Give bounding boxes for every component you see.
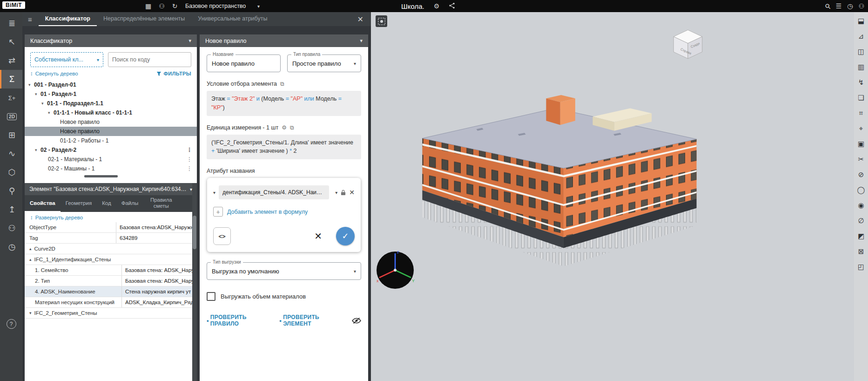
table-group-row[interactable]: ▾IFC_2_Геометрия_Стены bbox=[25, 308, 192, 319]
tab-estimate-rules[interactable]: Правила сметы bbox=[143, 195, 179, 212]
caret-up-icon[interactable]: ▴ bbox=[29, 257, 32, 262]
sync-icon[interactable]: ↻ bbox=[172, 3, 178, 9]
dashboard-icon[interactable]: ◷ bbox=[0, 238, 22, 256]
analytics-icon[interactable]: ∿ bbox=[0, 144, 22, 163]
table-group-row[interactable]: ▴IFC_1_Идентификация_Стены bbox=[25, 254, 192, 265]
caret-up-icon[interactable]: ▴ bbox=[29, 246, 32, 251]
chevron-down-icon[interactable]: ▾ bbox=[335, 190, 337, 195]
tab-properties[interactable]: Свойства bbox=[25, 195, 61, 212]
chevron-down-icon[interactable]: ▾ bbox=[213, 190, 215, 195]
rule-type-select[interactable]: Тип правила Простое правило ▾ bbox=[287, 54, 361, 72]
filters-link[interactable]: ФИЛЬТРЫ bbox=[156, 71, 191, 76]
classifier-add-icon[interactable]: Σ+ bbox=[0, 88, 22, 107]
confirm-button[interactable]: ✓ bbox=[336, 227, 355, 245]
cancel-button[interactable]: ✕ bbox=[314, 231, 322, 242]
history-icon[interactable]: ◷ bbox=[847, 3, 853, 9]
view-cube[interactable]: Справа Сзади bbox=[669, 24, 707, 62]
flash-icon[interactable]: ↯ bbox=[855, 76, 867, 88]
gear-icon[interactable]: ⚙ bbox=[282, 124, 287, 131]
code-search-input[interactable] bbox=[108, 52, 191, 67]
classifier-icon[interactable]: Σ bbox=[0, 70, 22, 88]
table-row[interactable]: 2. ТипБазовая стена: ADSK_Наружная... bbox=[25, 276, 192, 286]
tree-item[interactable]: ▾01-1 - Подраздел-1.1 bbox=[25, 99, 197, 108]
vertical-scrollbar[interactable] bbox=[192, 183, 197, 381]
check-rule-button[interactable]: • ПРОВЕРИТЬ ПРАВИЛО bbox=[207, 314, 270, 327]
tree-item-rule[interactable]: Новое правило bbox=[25, 117, 197, 127]
eye-off-icon[interactable]: ∅ bbox=[855, 215, 867, 227]
plugins-icon[interactable]: ⬡ bbox=[0, 163, 22, 182]
export-icon[interactable]: ↥ bbox=[0, 200, 22, 219]
code-view-button[interactable]: <> bbox=[213, 227, 231, 245]
workspace-selector[interactable]: Базовое пространство ▾ bbox=[185, 0, 260, 12]
element-header[interactable]: Элемент "Базовая стена:ADSK_Наружная_Кир… bbox=[25, 183, 197, 195]
selection-mode-button[interactable] bbox=[376, 15, 387, 27]
viewport-3d[interactable]: Справа Сзади x Y z bbox=[371, 12, 854, 381]
paint-roller-icon[interactable]: ⬓ bbox=[855, 15, 867, 27]
copy-icon[interactable]: ⧉ bbox=[290, 124, 294, 131]
chevron-down-icon[interactable]: ▾ bbox=[360, 38, 363, 44]
scrollbar-thumb[interactable] bbox=[193, 216, 196, 249]
caret-down-icon[interactable]: ▾ bbox=[35, 92, 40, 96]
focus-icon[interactable]: ⌖ bbox=[855, 122, 867, 135]
relations-icon[interactable]: ⇄ bbox=[0, 51, 22, 70]
chevron-down-icon[interactable]: ▾ bbox=[188, 38, 191, 44]
eye-icon[interactable]: ◉ bbox=[855, 199, 867, 211]
building-model[interactable] bbox=[401, 72, 718, 305]
eye-off-icon[interactable] bbox=[352, 317, 361, 324]
rule-section-header[interactable]: Новое правило ▾ bbox=[200, 34, 368, 47]
tab-unassigned-elements[interactable]: Нераспределённые элементы bbox=[97, 12, 191, 26]
collapse-tree-link[interactable]: ↕ Свернуть дерево bbox=[30, 71, 78, 76]
help-icon[interactable]: ? bbox=[7, 319, 16, 329]
app-logo[interactable]: BiMiT bbox=[2, 1, 25, 9]
tree-item[interactable]: 02-1 - Материалы - 1⋮ bbox=[25, 155, 197, 164]
rule-name-input[interactable] bbox=[212, 60, 294, 67]
condition-formula[interactable]: Этаж = "Этаж 2" и (Модель = "АР" или Мод… bbox=[207, 91, 361, 116]
cube-icon[interactable]: ⊠ bbox=[855, 245, 867, 258]
no-entry-icon[interactable]: ⊘ bbox=[855, 169, 867, 181]
tab-code[interactable]: Код bbox=[97, 195, 116, 212]
tab-universal-attributes[interactable]: Универсальные атрибуты bbox=[191, 12, 274, 26]
hierarchy-icon[interactable]: ⊞ bbox=[0, 126, 22, 144]
caret-down-icon[interactable]: ▾ bbox=[48, 110, 54, 115]
chart-icon[interactable]: ▥ bbox=[855, 61, 867, 73]
copy-icon[interactable]: ⧉ bbox=[280, 81, 284, 87]
storage-icon[interactable]: ▦ bbox=[145, 3, 151, 9]
tree-item[interactable]: ▾001 - Раздел-01 bbox=[25, 80, 197, 89]
team-icon[interactable]: ⚇ bbox=[159, 3, 165, 9]
circle-tool-icon[interactable]: ◯ bbox=[855, 184, 867, 196]
attribute-select[interactable]: дентификация_Стены/4. ADSK_Наименование bbox=[219, 185, 329, 199]
table-row-highlighted[interactable]: 4. ADSK_НаименованиеСтена наружная кирпи… bbox=[25, 286, 192, 297]
axis-gizmo[interactable]: x Y z bbox=[373, 248, 417, 293]
close-icon[interactable]: ✕ bbox=[357, 15, 363, 24]
bounds-icon[interactable]: ▣ bbox=[855, 138, 867, 150]
remove-attribute-icon[interactable]: ✕ bbox=[349, 189, 355, 196]
table-row[interactable]: 1. СемействоБазовая стена: ADSK_Наружная… bbox=[25, 265, 192, 276]
lock-icon[interactable] bbox=[341, 190, 346, 196]
account-icon[interactable]: ⚇ bbox=[858, 3, 864, 9]
grid-icon[interactable]: ⌗ bbox=[855, 107, 867, 119]
kebab-menu-icon[interactable]: ⋮ bbox=[187, 147, 192, 153]
caret-down-icon[interactable]: ▾ bbox=[41, 101, 47, 106]
tree-item-rule-selected[interactable]: Новое правило bbox=[25, 127, 197, 136]
drawings-2d-icon[interactable]: 2D bbox=[0, 107, 22, 126]
unit-formula[interactable]: ('IFC_2_Геометрия_Стены/1. Длина' имеет … bbox=[207, 135, 361, 160]
shade-box-icon[interactable]: ◩ bbox=[855, 230, 867, 242]
viewpoint-icon[interactable]: ◫ bbox=[855, 46, 867, 58]
clip-cube-icon[interactable]: ◰ bbox=[855, 261, 867, 273]
tree-item[interactable]: ▾01-1-1 - Новый класс - 01-1-1 bbox=[25, 108, 197, 117]
gear-icon[interactable]: ⚙ bbox=[434, 3, 440, 9]
menu-icon[interactable]: ☰ bbox=[836, 3, 842, 9]
rule-name-field[interactable]: Название bbox=[207, 54, 281, 72]
add-formula-element-link[interactable]: Добавить элемент в формулу bbox=[227, 209, 308, 215]
table-row[interactable]: Материал несущих конструкцийADSK_Кладка_… bbox=[25, 297, 192, 308]
caret-down-icon[interactable]: ▾ bbox=[28, 82, 34, 87]
cut-icon[interactable]: ✂ bbox=[855, 153, 867, 165]
structure-tree-icon[interactable]: ≣ bbox=[0, 14, 22, 33]
measure-icon[interactable]: ⊿ bbox=[855, 30, 867, 42]
tab-geometry[interactable]: Геометрия bbox=[61, 195, 97, 212]
horizontal-scrollbar-thumb[interactable] bbox=[84, 175, 118, 177]
user-icon[interactable]: ⚲ bbox=[0, 182, 22, 200]
caret-down-icon[interactable]: ▾ bbox=[35, 148, 40, 152]
tree-item[interactable]: ▾01 - Раздел-1 bbox=[25, 89, 197, 99]
classifier-section-header[interactable]: Классификатор ▾ bbox=[25, 34, 197, 47]
